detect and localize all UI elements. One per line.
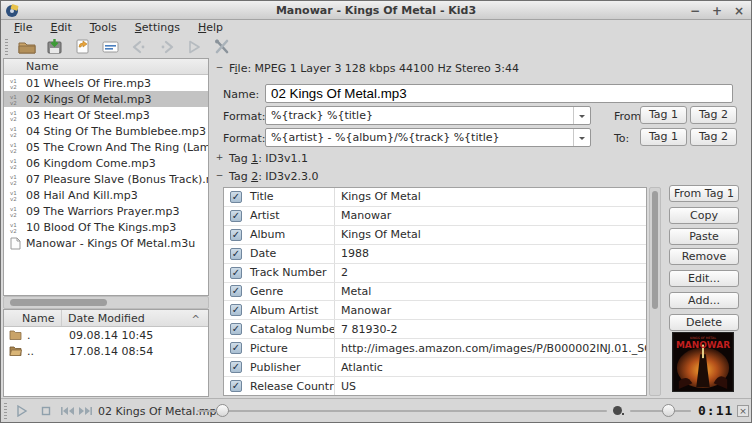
menu-edit[interactable]: Edit — [41, 20, 80, 35]
close-button[interactable]: × — [733, 4, 745, 18]
remove-button[interactable]: Remove — [669, 248, 739, 265]
frame-row-release-country[interactable]: ✓Release CountryUS — [224, 377, 646, 395]
dir-column-date[interactable]: Date Modified — [62, 310, 145, 326]
menu-file[interactable]: File — [5, 20, 41, 35]
previous-button[interactable] — [59, 403, 76, 419]
frame-row-album[interactable]: ✓AlbumKings Of Metal — [224, 226, 646, 245]
frame-row-genre[interactable]: ✓GenreMetal — [224, 283, 646, 302]
seek-slider[interactable] — [197, 410, 607, 412]
frame-row-publisher[interactable]: ✓PublisherAtlantic — [224, 358, 646, 377]
expand-icon[interactable]: + — [215, 154, 224, 163]
collapse-icon[interactable]: − — [215, 172, 224, 181]
file-list-item[interactable]: v1v201 Wheels Of Fire.mp3 — [4, 75, 208, 91]
frame-checkbox[interactable]: ✓ — [230, 323, 242, 335]
seek-slider-thumb[interactable] — [216, 404, 229, 417]
player-close-button[interactable]: × — [737, 405, 749, 417]
frame-row-artist[interactable]: ✓ArtistManowar — [224, 207, 646, 226]
from-tag1-button[interactable]: Tag 1 — [640, 106, 687, 124]
frame-checkbox[interactable]: ✓ — [230, 285, 242, 297]
add-button[interactable]: Add... — [669, 292, 739, 309]
menu-settings[interactable]: Settings — [126, 20, 189, 35]
frame-checkbox[interactable]: ✓ — [230, 361, 242, 373]
settings-tools-button[interactable] — [213, 37, 232, 56]
directory-row[interactable]: ..17.08.14 08:54 — [4, 343, 208, 359]
save-button[interactable] — [45, 37, 64, 56]
copy-button[interactable]: Copy — [669, 207, 739, 224]
frame-table-vscrollbar[interactable] — [649, 187, 661, 396]
sort-ascending-icon[interactable]: ^ — [192, 311, 200, 328]
frame-row-album-artist[interactable]: ✓Album ArtistManowar — [224, 301, 646, 320]
vscrollbar-thumb[interactable] — [652, 191, 658, 309]
frame-checkbox[interactable]: ✓ — [230, 267, 242, 279]
next-button[interactable] — [77, 403, 94, 419]
frame-value[interactable]: Kings Of Metal — [334, 188, 646, 206]
file-list-item[interactable]: v1v203 Heart Of Steel.mp3 — [4, 107, 208, 123]
file-list-item[interactable]: v1v207 Pleasure Slave (Bonus Track).mp3 — [4, 171, 208, 187]
file-list-item[interactable]: v1v205 The Crown And The Ring (Lament Of… — [4, 139, 208, 155]
title-bar[interactable]: Manowar - Kings Of Metal - Kid3 −+× — [1, 1, 751, 20]
playlist-button[interactable] — [101, 37, 120, 56]
to-tag1-button[interactable]: Tag 1 — [640, 128, 687, 146]
file-list-hscrollbar[interactable] — [3, 296, 209, 309]
frame-checkbox[interactable]: ✓ — [230, 248, 242, 260]
frame-value[interactable]: Manowar — [334, 207, 646, 225]
frame-value[interactable]: http://images.amazon.com/images/P/B00000… — [334, 339, 646, 357]
frame-row-date[interactable]: ✓Date1988 — [224, 245, 646, 264]
menu-help[interactable]: Help — [189, 20, 232, 35]
stop-button[interactable] — [37, 403, 54, 419]
frame-value[interactable]: Kings Of Metal — [334, 226, 646, 244]
file-list-header[interactable]: Name — [4, 59, 208, 75]
revert-button[interactable] — [73, 37, 92, 56]
from-tag2-button[interactable]: Tag 2 — [690, 106, 737, 124]
album-cover-art[interactable]: KINGS OF METAL MANOWAR — [672, 332, 734, 392]
edit-button[interactable]: Edit... — [669, 270, 739, 287]
frame-value[interactable]: US — [334, 377, 646, 395]
frame-checkbox[interactable]: ✓ — [230, 304, 242, 316]
frame-row-picture[interactable]: ✓Picturehttp://images.amazon.com/images/… — [224, 339, 646, 358]
dropdown-arrow-icon[interactable] — [573, 107, 590, 124]
open-folder-button[interactable] — [17, 37, 36, 56]
player-drag-handle[interactable] — [4, 403, 7, 419]
file-section-header[interactable]: − File: MPEG 1 Layer 3 128 kbps 44100 Hz… — [215, 62, 519, 75]
maximize-button[interactable]: + — [711, 4, 723, 18]
file-list-item[interactable]: v1v206 Kingdom Come.mp3 — [4, 155, 208, 171]
frame-row-track-number[interactable]: ✓Track Number2 — [224, 264, 646, 283]
minimize-button[interactable]: − — [689, 4, 701, 18]
frame-value[interactable]: Manowar — [334, 301, 646, 319]
format-to-filename-combobox[interactable]: %{artist} - %{album}/%{track} %{title} — [265, 128, 591, 147]
tag1-section-header[interactable]: + Tag 1: ID3v1.1 — [215, 152, 308, 165]
frame-value[interactable]: Atlantic — [334, 358, 646, 376]
frame-value[interactable]: 2 — [334, 264, 646, 282]
paste-button[interactable]: Paste — [669, 228, 739, 245]
dir-column-name[interactable]: Name — [4, 310, 62, 326]
play-button[interactable] — [13, 403, 30, 419]
tag2-section-header[interactable]: − Tag 2: ID3v2.3.0 — [215, 170, 319, 183]
collapse-icon[interactable]: − — [215, 64, 224, 73]
file-list-item[interactable]: v1v202 Kings Of Metal.mp3 — [4, 91, 208, 107]
delete-button[interactable]: Delete — [669, 314, 739, 331]
frame-value[interactable]: 7 81930-2 — [334, 320, 646, 338]
file-list-item[interactable]: v1v209 The Warriors Prayer.mp3 — [4, 203, 208, 219]
volume-slider-thumb[interactable] — [662, 404, 675, 417]
file-list-item[interactable]: v1v208 Hail And Kill.mp3 — [4, 187, 208, 203]
frame-value[interactable]: Metal — [334, 283, 646, 301]
file-list-item[interactable]: v1v210 Blood Of The Kings.mp3 — [4, 219, 208, 235]
toolbar-drag-handle[interactable] — [5, 39, 8, 55]
frame-value[interactable]: 1988 — [334, 245, 646, 263]
frame-checkbox[interactable]: ✓ — [230, 380, 242, 392]
file-list-item[interactable]: v1v204 Sting Of The Bumblebee.mp3 — [4, 123, 208, 139]
hscrollbar-thumb[interactable] — [10, 299, 107, 306]
directory-row[interactable]: .09.08.14 10:45 — [4, 327, 208, 343]
to-tag2-button[interactable]: Tag 2 — [690, 128, 737, 146]
frame-checkbox[interactable]: ✓ — [230, 210, 242, 222]
file-list-item[interactable]: Manowar - Kings Of Metal.m3u — [4, 235, 208, 251]
frame-checkbox[interactable]: ✓ — [230, 229, 242, 241]
filename-input[interactable] — [265, 84, 733, 103]
format-from-filename-combobox[interactable]: %{track} %{title} — [265, 106, 591, 125]
frame-row-catalog-number[interactable]: ✓Catalog Number7 81930-2 — [224, 320, 646, 339]
dropdown-arrow-icon[interactable] — [573, 129, 590, 146]
frame-checkbox[interactable]: ✓ — [230, 342, 242, 354]
from-tag-1-button[interactable]: From Tag 1 — [669, 185, 739, 202]
frame-row-title[interactable]: ✓TitleKings Of Metal — [224, 188, 646, 207]
volume-slider[interactable] — [630, 410, 691, 412]
